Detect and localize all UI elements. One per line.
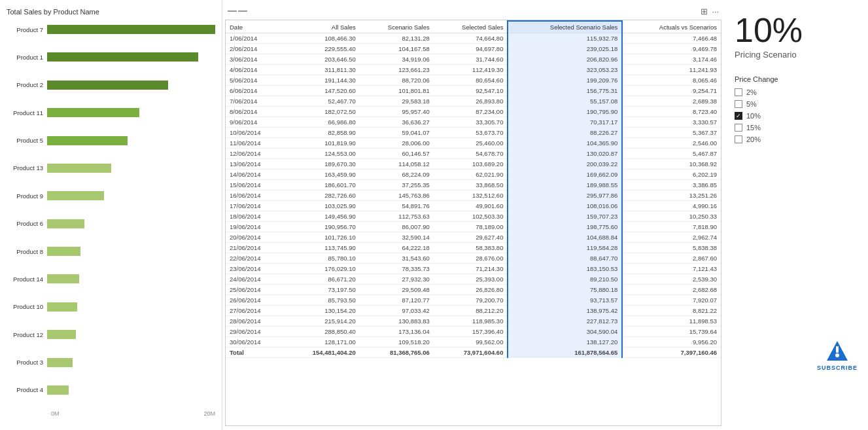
- checkbox-box[interactable]: [735, 112, 742, 120]
- subscribe-text[interactable]: SUBSCRIBE: [817, 365, 858, 371]
- table-row[interactable]: 24/06/201486,671.2027,932.3025,393.0089,…: [226, 274, 721, 285]
- subscribe-icon[interactable]: [825, 340, 849, 363]
- table-row[interactable]: 30/06/2014128,171.00109,518.2099,562.001…: [226, 337, 721, 348]
- table-cell: 156,775.31: [508, 86, 622, 96]
- table-cell: 2,539.30: [622, 274, 721, 285]
- bar-row[interactable]: Product 3: [7, 355, 215, 370]
- table-row[interactable]: 1/06/2014108,466.3082,131.2874,664.80115…: [226, 33, 721, 44]
- table-cell: 118,985.30: [434, 316, 508, 327]
- table-row[interactable]: 9/06/201466,986.8036,636.2733,305.7070,3…: [226, 117, 721, 128]
- table-cell: 32,590.14: [360, 232, 434, 243]
- col-header-4[interactable]: Selected Scenario Sales: [508, 21, 622, 33]
- table-cell: 138,127.20: [508, 337, 622, 348]
- table-row[interactable]: 4/06/2014311,811.30123,661.23112,419.303…: [226, 65, 721, 75]
- table-row[interactable]: 14/06/2014163,459.9068,224.0962,021.9016…: [226, 170, 721, 180]
- col-header-0[interactable]: Date: [226, 21, 284, 33]
- checkbox-item[interactable]: 10%: [735, 112, 761, 120]
- expand-icon[interactable]: ⊞: [701, 7, 708, 16]
- table-cell: 163,459.90: [284, 170, 360, 180]
- table-row[interactable]: 27/06/2014130,154.2097,033.4288,212.2013…: [226, 306, 721, 316]
- table-row[interactable]: 16/06/2014282,726.60145,763.86132,512.60…: [226, 190, 721, 201]
- col-header-1[interactable]: All Sales: [284, 21, 360, 33]
- table-row[interactable]: 18/06/2014149,456.90112,753.63102,503.30…: [226, 211, 721, 222]
- bar-row[interactable]: Product 7: [7, 22, 215, 37]
- table-row[interactable]: 29/06/2014288,850.40173,136.04157,396.40…: [226, 327, 721, 337]
- checkbox-box[interactable]: [735, 88, 742, 96]
- table-cell: 190,795.90: [508, 107, 622, 117]
- table-row[interactable]: 19/06/2014190,956.7086,007.9078,189.0019…: [226, 222, 721, 232]
- table-cell: 82,858.90: [284, 128, 360, 138]
- bar-row[interactable]: Product 12: [7, 327, 215, 342]
- bar-row[interactable]: Product 8: [7, 244, 215, 259]
- table-cell: 7,818.90: [622, 222, 721, 232]
- table-row[interactable]: 3/06/2014203,646.5034,919.0631,744.60206…: [226, 54, 721, 65]
- table-row[interactable]: 11/06/2014101,819.9028,006.0025,460.0010…: [226, 138, 721, 149]
- bar-fill: [47, 219, 84, 228]
- table-cell: 29,583.18: [360, 96, 434, 107]
- checkbox-item[interactable]: 20%: [735, 135, 761, 143]
- bar-track: [47, 136, 215, 145]
- bar-track: [47, 108, 215, 117]
- table-row[interactable]: 13/06/2014189,670.30114,058.12103,689.20…: [226, 159, 721, 170]
- table-row[interactable]: 28/06/2014215,914.20130,883.83118,985.30…: [226, 316, 721, 327]
- checkbox-item[interactable]: 5%: [735, 100, 761, 108]
- bar-row[interactable]: Product 11: [7, 105, 215, 120]
- bar-row[interactable]: Product 5: [7, 134, 215, 148]
- table-cell: 199,209.76: [508, 75, 622, 86]
- table-cell: 7,920.07: [622, 295, 721, 306]
- table-row[interactable]: 15/06/2014186,601.7037,255.3533,868.5018…: [226, 180, 721, 190]
- table-row[interactable]: 26/06/201485,793.5087,120.7779,200.7093,…: [226, 295, 721, 306]
- col-header-5[interactable]: Actuals vs Scenarios: [622, 21, 721, 33]
- table-cell: 37,255.35: [360, 180, 434, 190]
- table-cell: 23/06/2014: [226, 264, 284, 274]
- table-row[interactable]: 7/06/201452,467.7029,583.1826,893.8055,1…: [226, 96, 721, 107]
- table-row[interactable]: 21/06/2014113,745.9064,222.1858,383.8011…: [226, 243, 721, 253]
- bar-row[interactable]: Product 13: [7, 161, 215, 175]
- table-row[interactable]: 12/06/2014124,553.0060,146.5754,678.7013…: [226, 149, 721, 159]
- checkbox-item[interactable]: 15%: [735, 124, 761, 132]
- table-cell: 94,697.80: [434, 44, 508, 54]
- table-row[interactable]: 22/06/201485,780.1031,543.6028,676.0088,…: [226, 253, 721, 264]
- bar-row[interactable]: Product 14: [7, 272, 215, 286]
- bar-row[interactable]: Product 2: [7, 78, 215, 92]
- table-cell: 28,006.00: [360, 138, 434, 149]
- bar-row[interactable]: Product 9: [7, 188, 215, 203]
- table-row[interactable]: 10/06/201482,858.9059,041.0753,673.7088,…: [226, 128, 721, 138]
- bar-track: [47, 302, 215, 312]
- bar-label: Product 10: [7, 303, 47, 310]
- table-row[interactable]: 8/06/2014182,072.5095,957.4087,234.00190…: [226, 107, 721, 117]
- table-row[interactable]: 2/06/2014229,555.40104,167.5894,697.8023…: [226, 44, 721, 54]
- col-header-3[interactable]: Selected Sales: [434, 21, 508, 33]
- table-cell: 3,330.57: [622, 117, 721, 128]
- table-cell: 227,812.73: [508, 316, 622, 327]
- col-header-2[interactable]: Scenario Sales: [360, 21, 434, 33]
- table-cell: 88,647.70: [508, 253, 622, 264]
- bar-fill: [47, 191, 104, 200]
- more-icon[interactable]: ···: [712, 7, 719, 16]
- drag-handle[interactable]: [228, 10, 247, 12]
- table-row[interactable]: 6/06/2014147,520.60101,801.8192,547.1015…: [226, 86, 721, 96]
- checkbox-box[interactable]: [735, 124, 742, 132]
- table-row[interactable]: 17/06/2014103,025.9054,891.7649,901.6010…: [226, 201, 721, 211]
- table-row[interactable]: 23/06/2014176,029.1078,335.7371,214.3018…: [226, 264, 721, 274]
- table-cell: 8,821.22: [622, 306, 721, 316]
- bar-fill: [47, 136, 128, 145]
- bar-row[interactable]: Product 1: [7, 50, 215, 64]
- checkbox-box[interactable]: [735, 135, 742, 143]
- bar-row[interactable]: Product 4: [7, 383, 215, 397]
- bar-row[interactable]: Product 10: [7, 300, 215, 314]
- table-cell: 9/06/2014: [226, 117, 284, 128]
- table-scroll[interactable]: DateAll SalesScenario SalesSelected Sale…: [226, 20, 721, 387]
- checkbox-box[interactable]: [735, 100, 742, 108]
- checkbox-item[interactable]: 2%: [735, 88, 761, 96]
- table-row[interactable]: 20/06/2014101,726.1032,590.1429,627.4010…: [226, 232, 721, 243]
- table-row[interactable]: 5/06/2014191,144.3088,720.0680,654.60199…: [226, 75, 721, 86]
- table-cell: 311,811.30: [284, 65, 360, 75]
- table-cell: 200,039.22: [508, 159, 622, 170]
- bar-row[interactable]: Product 6: [7, 217, 215, 231]
- table-cell: 119,584.28: [508, 243, 622, 253]
- price-change-label: Price Change: [735, 75, 778, 83]
- table-cell: 88,226.27: [508, 128, 622, 138]
- table-row[interactable]: 25/06/201473,197.5029,509.4826,826.8075,…: [226, 285, 721, 295]
- table-cell: 18/06/2014: [226, 211, 284, 222]
